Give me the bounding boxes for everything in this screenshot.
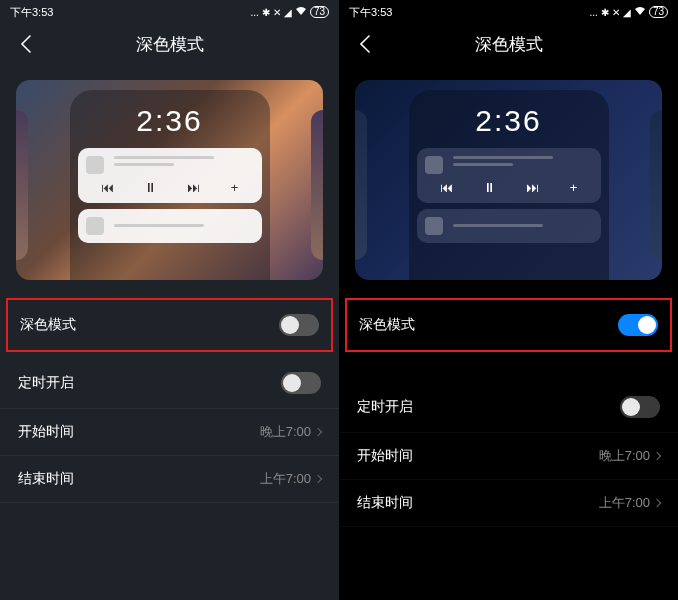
app-icon <box>86 217 104 235</box>
bluetooth-icon: ✱ <box>601 7 609 18</box>
preview-side-right <box>650 110 662 260</box>
pause-icon: ⏸ <box>144 180 157 195</box>
mute-icon: ✕ <box>273 7 281 18</box>
end-time-row[interactable]: 结束时间 上午7:00 <box>339 480 678 527</box>
preview-side-left <box>16 110 28 260</box>
status-icons: ... ✱ ✕ ◢ 73 <box>251 6 329 18</box>
preview-side-left <box>355 110 367 260</box>
status-bar: 下午3:53 ... ✱ ✕ ◢ 73 <box>339 0 678 22</box>
wifi-icon <box>634 6 646 18</box>
more-icon: ... <box>590 7 598 18</box>
highlight-box: 深色模式 <box>345 298 672 352</box>
prev-icon: ⏮ <box>101 180 114 195</box>
screen-right: 下午3:53 ... ✱ ✕ ◢ 73 深色模式 2:36 ⏮ <box>339 0 678 600</box>
dark-mode-row[interactable]: 深色模式 <box>8 300 331 350</box>
preview-clock: 2:36 <box>417 104 601 138</box>
battery-indicator: 73 <box>310 6 329 18</box>
phone-mock: 2:36 ⏮ ⏸ ⏭ + <box>70 90 270 280</box>
more-icon: ... <box>251 7 259 18</box>
end-time-value: 上午7:00 <box>260 470 321 488</box>
back-button[interactable] <box>14 32 38 56</box>
schedule-row[interactable]: 定时开启 <box>339 382 678 433</box>
media-controls: ⏮ ⏸ ⏭ + <box>425 180 593 195</box>
schedule-toggle[interactable] <box>281 372 321 394</box>
preview-card: 2:36 ⏮ ⏸ ⏭ + <box>355 80 662 280</box>
dark-mode-toggle[interactable] <box>618 314 658 336</box>
schedule-row[interactable]: 定时开启 <box>0 358 339 409</box>
header: 深色模式 <box>0 22 339 66</box>
end-time-label: 结束时间 <box>18 470 74 488</box>
app-icon <box>425 156 443 174</box>
dark-mode-row[interactable]: 深色模式 <box>347 300 670 350</box>
preview-card: 2:36 ⏮ ⏸ ⏭ + <box>16 80 323 280</box>
dark-mode-toggle[interactable] <box>279 314 319 336</box>
mute-icon: ✕ <box>612 7 620 18</box>
start-time-value: 晚上7:00 <box>260 423 321 441</box>
prev-icon: ⏮ <box>440 180 453 195</box>
status-time: 下午3:53 <box>349 5 392 20</box>
battery-indicator: 73 <box>649 6 668 18</box>
schedule-label: 定时开启 <box>357 398 413 416</box>
dark-mode-label: 深色模式 <box>359 316 415 334</box>
preview-clock: 2:36 <box>78 104 262 138</box>
phone-mock: 2:36 ⏮ ⏸ ⏭ + <box>409 90 609 280</box>
status-time: 下午3:53 <box>10 5 53 20</box>
schedule-label: 定时开启 <box>18 374 74 392</box>
screen-left: 下午3:53 ... ✱ ✕ ◢ 73 深色模式 2:36 ⏮ <box>0 0 339 600</box>
chevron-right-icon <box>653 499 661 507</box>
signal-icon: ◢ <box>623 7 631 18</box>
preview-notif-media: ⏮ ⏸ ⏭ + <box>78 148 262 203</box>
highlight-box: 深色模式 <box>6 298 333 352</box>
back-button[interactable] <box>353 32 377 56</box>
start-time-row[interactable]: 开始时间 晚上7:00 <box>339 433 678 480</box>
bluetooth-icon: ✱ <box>262 7 270 18</box>
media-controls: ⏮ ⏸ ⏭ + <box>86 180 254 195</box>
header: 深色模式 <box>339 22 678 66</box>
status-bar: 下午3:53 ... ✱ ✕ ◢ 73 <box>0 0 339 22</box>
preview-notif-media: ⏮ ⏸ ⏭ + <box>417 148 601 203</box>
pause-icon: ⏸ <box>483 180 496 195</box>
next-icon: ⏭ <box>526 180 539 195</box>
plus-icon: + <box>231 180 239 195</box>
end-time-row[interactable]: 结束时间 上午7:00 <box>0 456 339 503</box>
start-time-label: 开始时间 <box>357 447 413 465</box>
dark-mode-label: 深色模式 <box>20 316 76 334</box>
preview-side-right <box>311 110 323 260</box>
page-title: 深色模式 <box>339 33 678 56</box>
end-time-label: 结束时间 <box>357 494 413 512</box>
status-icons: ... ✱ ✕ ◢ 73 <box>590 6 668 18</box>
next-icon: ⏭ <box>187 180 200 195</box>
plus-icon: + <box>570 180 578 195</box>
end-time-value: 上午7:00 <box>599 494 660 512</box>
preview-notif <box>417 209 601 243</box>
page-title: 深色模式 <box>0 33 339 56</box>
preview-notif <box>78 209 262 243</box>
start-time-value: 晚上7:00 <box>599 447 660 465</box>
schedule-toggle[interactable] <box>620 396 660 418</box>
app-icon <box>86 156 104 174</box>
chevron-right-icon <box>314 475 322 483</box>
start-time-row[interactable]: 开始时间 晚上7:00 <box>0 409 339 456</box>
chevron-right-icon <box>653 452 661 460</box>
signal-icon: ◢ <box>284 7 292 18</box>
app-icon <box>425 217 443 235</box>
chevron-right-icon <box>314 428 322 436</box>
wifi-icon <box>295 6 307 18</box>
start-time-label: 开始时间 <box>18 423 74 441</box>
